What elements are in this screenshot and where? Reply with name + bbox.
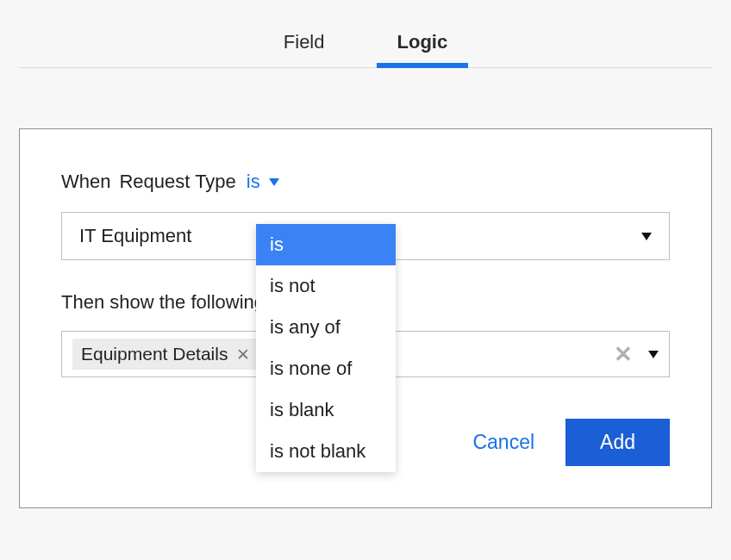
operator-option-is-blank[interactable]: is blank [256,389,396,431]
operator-option-is-not-blank[interactable]: is not blank [256,431,396,472]
operator-option-is-none-of[interactable]: is none of [256,348,396,389]
tabs-row: Field Logic [19,0,712,68]
condition-value-text: IT Equipment [79,225,191,247]
condition-line: When Request Type is [61,167,670,196]
add-button[interactable]: Add [565,419,670,466]
operator-dropdown-menu: is is not is any of is none of is blank … [256,224,396,472]
condition-field-name: Request Type [119,171,235,193]
caret-down-icon [269,178,279,186]
operator-option-is-any-of[interactable]: is any of [256,307,396,348]
operator-option-is[interactable]: is [256,224,396,265]
caret-down-icon [648,351,659,358]
chip-remove-icon[interactable]: ✕ [236,345,250,364]
multiselect-controls: ✕ [614,343,659,365]
operator-option-is-not[interactable]: is not [256,265,396,307]
caret-down-icon [641,233,652,240]
field-chip: Equipment Details ✕ [72,339,259,370]
tab-field[interactable]: Field [258,19,351,67]
when-prefix-label: When [61,171,110,193]
condition-operator-dropdown[interactable]: is [245,167,281,196]
clear-all-icon[interactable]: ✕ [614,343,633,365]
field-chip-label: Equipment Details [81,344,228,364]
tab-logic[interactable]: Logic [372,19,474,67]
cancel-button[interactable]: Cancel [465,422,541,463]
condition-operator-value: is [247,171,260,193]
